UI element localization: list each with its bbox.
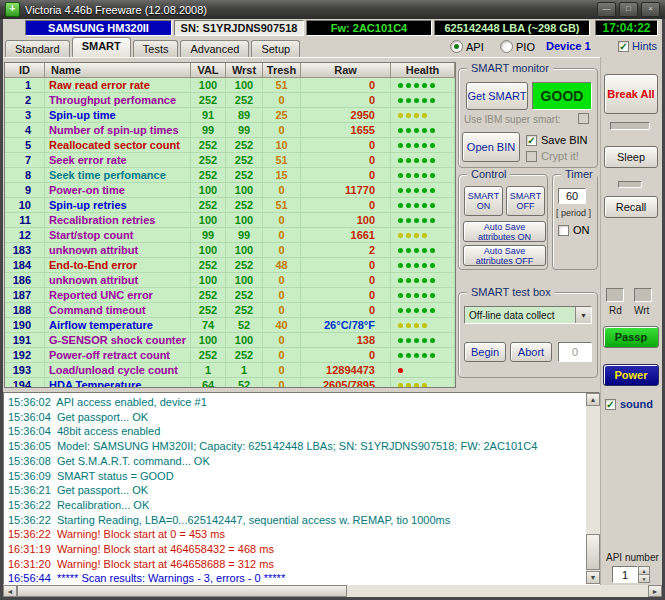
log-area[interactable]: 15:36:02 API access enabled, device #115… xyxy=(3,392,600,585)
health-dot xyxy=(398,263,403,268)
passport-button[interactable]: Passp xyxy=(603,326,659,348)
health-dot xyxy=(422,98,427,103)
attr-raw: 0 xyxy=(301,138,391,153)
health-dot xyxy=(422,353,427,358)
attr-raw: 12894473 xyxy=(301,363,391,378)
attr-val: 252 xyxy=(191,168,226,183)
health-dot xyxy=(398,353,403,358)
smart-row-192[interactable]: 192Power-off retract count25225200 xyxy=(5,348,455,363)
attr-raw: 0 xyxy=(301,153,391,168)
scroll-left-arrow[interactable]: ◄ xyxy=(3,585,17,597)
health-dot xyxy=(406,278,411,283)
attr-id: 4 xyxy=(5,123,45,138)
attr-wrst: 99 xyxy=(226,123,263,138)
sound-option[interactable]: ✓ sound xyxy=(605,398,653,410)
scroll-down-arrow[interactable]: ▼ xyxy=(586,571,600,584)
smart-row-194[interactable]: 194HDA Temperature645202605/7895 xyxy=(5,378,455,388)
log-line: 16:31:20 Warning! Block start at 4646586… xyxy=(8,557,599,572)
power-button[interactable]: Power xyxy=(603,364,659,386)
attr-raw: 138 xyxy=(301,333,391,348)
recall-button[interactable]: Recall xyxy=(604,196,658,218)
health-dot xyxy=(398,128,403,133)
attr-health xyxy=(391,213,455,228)
attr-health xyxy=(391,183,455,198)
smart-row-4[interactable]: 4Number of spin-up times999901655 xyxy=(5,123,455,138)
log-line: 15:36:04 Get passport... OK xyxy=(8,410,599,425)
log-vertical-scrollbar[interactable]: ▲ ▼ xyxy=(586,393,600,584)
smart-row-184[interactable]: 184End-to-End error252252480 xyxy=(5,258,455,273)
attr-health xyxy=(391,348,455,363)
attr-raw: 2950 xyxy=(301,108,391,123)
attr-id: 9 xyxy=(5,183,45,198)
smart-attribute-table[interactable]: IDNameVALWrstTreshRawHealth 1Raw read er… xyxy=(4,62,456,388)
attr-raw: 0 xyxy=(301,288,391,303)
horizontal-scrollbar[interactable]: ◄ ► xyxy=(3,585,662,597)
pio-radio-option[interactable]: PIO xyxy=(500,40,535,53)
hints-label: Hints xyxy=(632,40,657,52)
device-selector[interactable]: Device 1 xyxy=(546,40,591,52)
attr-wrst: 252 xyxy=(226,348,263,363)
smart-row-8[interactable]: 8Seek time perfomance252252150 xyxy=(5,168,455,183)
attr-val: 252 xyxy=(191,198,226,213)
smart-row-191[interactable]: 191G-SENSOR shock counter1001000138 xyxy=(5,333,455,348)
attr-raw: 0 xyxy=(301,168,391,183)
attr-wrst: 100 xyxy=(226,273,263,288)
attr-val: 1 xyxy=(191,363,226,378)
attr-val: 100 xyxy=(191,78,226,93)
health-dot xyxy=(430,203,435,208)
smart-row-3[interactable]: 3Spin-up time9189252950 xyxy=(5,108,455,123)
health-dot xyxy=(406,158,411,163)
smart-row-187[interactable]: 187Reported UNC error25225200 xyxy=(5,288,455,303)
health-dot xyxy=(422,233,427,238)
health-dot xyxy=(430,188,435,193)
tab-setup[interactable]: Setup xyxy=(251,40,300,57)
smart-row-9[interactable]: 9Power-on time100100011770 xyxy=(5,183,455,198)
smart-row-2[interactable]: 2Throughput perfomance25225200 xyxy=(5,93,455,108)
scroll-up-arrow[interactable]: ▲ xyxy=(586,393,600,406)
horizontal-scroll-thumb[interactable] xyxy=(17,585,347,597)
scroll-right-arrow[interactable]: ► xyxy=(648,585,662,597)
health-dot xyxy=(406,353,411,358)
smart-row-12[interactable]: 12Start/stop count999901661 xyxy=(5,228,455,243)
attr-wrst: 252 xyxy=(226,138,263,153)
sleep-button[interactable]: Sleep xyxy=(604,146,658,168)
attr-health xyxy=(391,228,455,243)
minimize-button[interactable]: — xyxy=(597,2,616,17)
tab-tests[interactable]: Tests xyxy=(133,40,179,57)
smart-row-190[interactable]: 190Airflow temperature74524026°C/78°F xyxy=(5,318,455,333)
tab-advanced[interactable]: Advanced xyxy=(180,40,249,57)
attr-val: 252 xyxy=(191,348,226,363)
hints-checkbox: ✓ xyxy=(618,41,629,52)
hints-checkbox-option[interactable]: ✓ Hints xyxy=(618,40,657,52)
vertical-scroll-thumb[interactable] xyxy=(586,534,600,570)
attr-wrst: 252 xyxy=(226,168,263,183)
health-dot xyxy=(398,218,403,223)
smart-row-193[interactable]: 193Load/unload cycle count11012894473 xyxy=(5,363,455,378)
smart-row-10[interactable]: 10Spin-up retries252252510 xyxy=(5,198,455,213)
attr-tresh: 0 xyxy=(263,303,301,318)
tab-smart[interactable]: SMART xyxy=(72,37,131,57)
attr-health xyxy=(391,378,455,388)
api-number-down-arrow[interactable]: ▼ xyxy=(638,574,650,583)
health-dot xyxy=(430,143,435,148)
health-dot xyxy=(422,188,427,193)
maximize-button[interactable]: □ xyxy=(619,2,638,17)
smart-row-183[interactable]: 183unknown attribut10010002 xyxy=(5,243,455,258)
smart-row-188[interactable]: 188Command timeout25225200 xyxy=(5,303,455,318)
api-radio-option[interactable]: API xyxy=(450,40,484,53)
attr-name: Spin-up time xyxy=(45,108,191,123)
close-button[interactable]: × xyxy=(641,2,660,17)
break-all-button[interactable]: Break All xyxy=(604,74,658,114)
health-dot xyxy=(406,248,411,253)
smart-row-1[interactable]: 1Raw read error rate100100510 xyxy=(5,78,455,93)
smart-row-11[interactable]: 11Recalibration retries1001000100 xyxy=(5,213,455,228)
attr-tresh: 0 xyxy=(263,93,301,108)
api-number-input[interactable]: 1 xyxy=(612,566,638,583)
log-line: 15:36:02 API access enabled, device #1 xyxy=(8,395,599,410)
tab-standard[interactable]: Standard xyxy=(5,40,70,57)
health-dot xyxy=(398,308,403,313)
smart-row-186[interactable]: 186unknown attribut10010000 xyxy=(5,273,455,288)
smart-row-7[interactable]: 7Seek error rate252252510 xyxy=(5,153,455,168)
smart-row-5[interactable]: 5Reallocated sector count252252100 xyxy=(5,138,455,153)
attr-tresh: 48 xyxy=(263,258,301,273)
